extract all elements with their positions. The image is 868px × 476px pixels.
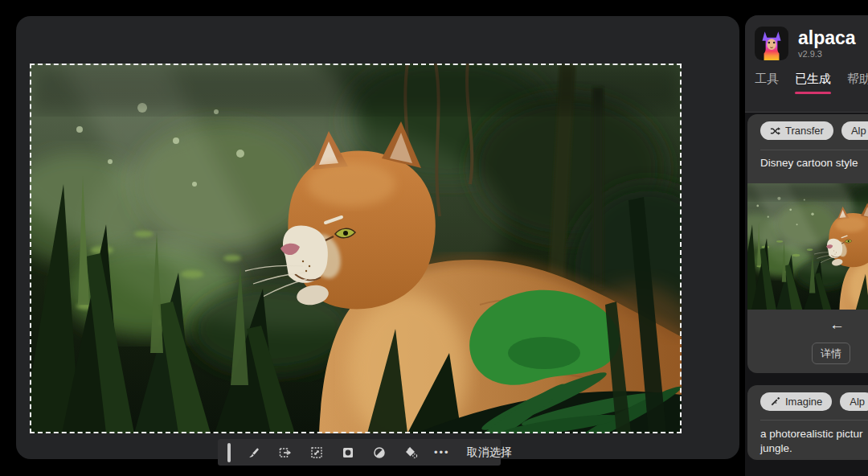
deselect-button[interactable]: 取消选择	[467, 445, 512, 460]
canvas-window	[16, 16, 739, 459]
selection-toolbar: ••• 取消选择	[218, 439, 501, 466]
wand-icon	[770, 396, 780, 407]
mask-button[interactable]	[340, 445, 356, 461]
generated-thumbnail[interactable]	[747, 183, 868, 310]
mask-icon	[341, 445, 355, 460]
paint-bucket-button[interactable]	[403, 445, 419, 461]
model-chip[interactable]: Alp	[840, 392, 868, 411]
app-screenshot: ••• 取消选择 alpaca v2.9.3 工具 已生成 帮助	[0, 0, 868, 476]
back-arrow-button[interactable]: ←	[829, 317, 845, 332]
card-divider	[760, 420, 868, 421]
app-version: v2.9.3	[798, 49, 856, 59]
drag-handle[interactable]	[227, 443, 231, 462]
tab-help[interactable]: 帮助	[847, 72, 868, 94]
panel-tabs: 工具 已生成 帮助	[755, 72, 868, 94]
brush-icon	[247, 445, 261, 460]
llama-icon	[755, 27, 788, 60]
generated-card-transfer: Transfer Alp Disney cartoon style ← 详情	[747, 114, 868, 373]
transform-button[interactable]	[309, 445, 325, 461]
imagine-label: Imagine	[785, 396, 822, 408]
card-divider	[760, 150, 868, 150]
prompt-text: a photorealistic pictur jungle.	[760, 427, 863, 456]
model-chip[interactable]: Alp	[841, 121, 868, 140]
tab-generated[interactable]: 已生成	[795, 72, 831, 94]
transfer-label: Transfer	[785, 125, 824, 137]
shuffle-icon	[770, 126, 780, 136]
style-name: Disney cartoon style	[760, 157, 858, 169]
selection-export-button[interactable]	[277, 445, 293, 461]
generated-card-imagine: Imagine Alp a photorealistic pictur jung…	[747, 385, 868, 460]
tab-tools[interactable]: 工具	[755, 72, 779, 94]
cartoon-cougar-thumbnail-image	[747, 183, 868, 310]
jungle-cougar-image	[30, 64, 682, 433]
imagine-button[interactable]: Imagine	[760, 392, 832, 411]
paint-bucket-icon	[403, 445, 418, 460]
prompt-line-2: jungle.	[760, 441, 863, 456]
header-divider	[745, 112, 868, 113]
transform-icon	[309, 445, 324, 460]
transfer-button[interactable]: Transfer	[760, 121, 833, 140]
contrast-button[interactable]	[371, 445, 387, 461]
brush-button[interactable]	[246, 445, 262, 461]
contrast-icon	[372, 445, 387, 460]
model-chip-label: Alp	[850, 396, 865, 408]
panel-header: alpaca v2.9.3 工具 已生成 帮助	[745, 15, 868, 113]
more-button[interactable]: •••	[434, 447, 450, 458]
prompt-line-1: a photorealistic pictur	[760, 427, 863, 441]
app-title: alpaca	[798, 28, 856, 47]
canvas-image[interactable]	[30, 64, 682, 433]
selection-export-icon	[278, 445, 293, 460]
model-chip-label: Alp	[851, 125, 866, 137]
alpaca-panel: alpaca v2.9.3 工具 已生成 帮助	[745, 15, 868, 476]
details-button[interactable]: 详情	[812, 343, 850, 364]
